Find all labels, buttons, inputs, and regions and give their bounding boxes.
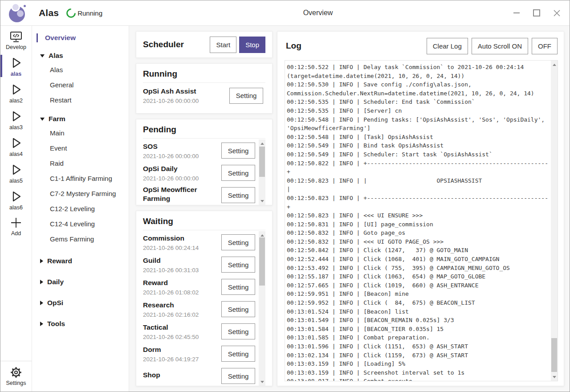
scrollbar-thumb[interactable]	[259, 237, 265, 286]
scroll-down-icon[interactable]	[259, 198, 265, 204]
log-scrollbar[interactable]	[551, 61, 558, 381]
iconbar-item-alas2[interactable]: alas2	[0, 79, 32, 106]
setting-button[interactable]: Setting	[221, 257, 255, 273]
minimize-button[interactable]	[513, 9, 521, 17]
close-icon	[553, 9, 561, 17]
nav-group-header-tools[interactable]: Tools	[32, 317, 129, 331]
nav-item-gems-farming[interactable]: Gems Farming	[32, 232, 129, 247]
nav-item-general[interactable]: General	[32, 78, 129, 93]
nav-group-reward: Reward	[32, 254, 129, 268]
app-window: Alas Running Overview Develop	[0, 0, 570, 392]
task-row: SOS 2021-10-26 00:00:00 Setting	[143, 139, 265, 162]
log-body[interactable]: 00:12:50.522 | INFO | Delay task `Commis…	[285, 60, 558, 381]
scroll-up-icon[interactable]	[259, 140, 265, 147]
waiting-title: Waiting	[143, 216, 265, 230]
nav-item-c7-2-mystery-farming[interactable]: C7-2 Mystery Farming	[32, 186, 129, 201]
log-line: 00:13:01.596 | INFO | Click (1151, 653) …	[287, 342, 551, 351]
nav-group-header-reward[interactable]: Reward	[32, 254, 129, 268]
nav-item-c12-2-leveling[interactable]: C12-2 Leveling	[32, 201, 129, 216]
start-button[interactable]: Start	[210, 37, 236, 53]
scroll-down-icon[interactable]	[551, 374, 558, 380]
log-line: 00:12:52.444 | INFO | Click (1068, 401) …	[287, 255, 551, 264]
task-row: Guild 2021-10-26 00:31:03 Setting	[143, 253, 265, 276]
chevron-down-icon	[40, 118, 45, 121]
iconbar-item-alas[interactable]: alas	[0, 53, 32, 79]
task-row: OpSi Meowfficer Farming Setting	[143, 184, 265, 205]
scroll-up-icon[interactable]	[551, 61, 558, 68]
setting-button[interactable]: Setting	[221, 368, 255, 384]
setting-button[interactable]: Setting	[221, 187, 255, 203]
setting-button[interactable]: Setting	[221, 301, 255, 317]
play-icon	[9, 189, 23, 204]
nav-item-raid[interactable]: Raid	[32, 156, 129, 171]
setting-button[interactable]: Setting	[221, 143, 255, 159]
iconbar-item-settings[interactable]: Settings	[0, 361, 32, 392]
auto-scroll-off-button[interactable]: OFF	[532, 38, 558, 54]
log-line: 00:13:02.134 | INFO | Click (1159, 673) …	[287, 351, 551, 360]
pending-title: Pending	[143, 125, 265, 139]
nav-group-header-daily[interactable]: Daily	[32, 275, 129, 289]
log-line: 00:12:50.822 | INFO | +-----------------…	[287, 159, 551, 176]
chevron-down-icon	[40, 54, 45, 57]
iconbar-item-add[interactable]: Add	[0, 213, 32, 239]
task-row: Reward 2021-10-26 01:08:02 Setting	[143, 276, 265, 298]
nav-item-event[interactable]: Event	[32, 141, 129, 156]
setting-button[interactable]: Setting	[221, 165, 255, 181]
task-time: 2021-10-26 02:45:50	[143, 334, 218, 340]
nav-group-label: OpSi	[47, 299, 63, 307]
nav-item-c12-4-leveling[interactable]: C12-4 Leveling	[32, 216, 129, 232]
task-row: Dorm 2021-10-26 04:19:27 Setting	[143, 343, 265, 365]
clear-log-button[interactable]: Clear Log	[427, 38, 468, 54]
nav-group-header-farm[interactable]: Farm	[32, 112, 129, 126]
pending-task-list: SOS 2021-10-26 00:00:00 Setting OpSi Dai…	[143, 139, 265, 205]
logo-blob	[17, 10, 24, 17]
nav-item-main[interactable]: Main	[32, 126, 129, 141]
scrollbar-thumb[interactable]	[551, 338, 557, 372]
nav-item-overview[interactable]: Overview	[32, 31, 129, 45]
waiting-scrollbar[interactable]	[259, 231, 265, 386]
log-line: 00:12:50.842 | INFO | Click (1247, 37) @…	[287, 246, 551, 255]
setting-button[interactable]: Setting	[221, 346, 255, 362]
pending-scrollbar[interactable]	[259, 139, 265, 205]
pending-panel: Pending SOS 2021-10-26 00:00:00 Setting …	[136, 119, 273, 205]
play-icon	[9, 109, 23, 123]
task-time: 2021-10-26 00:00:00	[143, 175, 218, 182]
nav-item-alas[interactable]: Alas	[32, 62, 129, 78]
running-title: Running	[143, 69, 265, 83]
logo-blob	[24, 5, 26, 7]
setting-button[interactable]: Setting	[221, 323, 255, 339]
nav-group-daily: Daily	[32, 275, 129, 289]
close-button[interactable]	[553, 9, 561, 17]
iconbar-item-develop[interactable]: Develop	[0, 28, 32, 53]
log-column: Log Clear Log Auto Scroll ON OFF 00:12:5…	[277, 31, 564, 386]
stop-button[interactable]: Stop	[239, 37, 265, 53]
setting-button[interactable]: Setting	[221, 234, 255, 250]
scroll-down-icon[interactable]	[259, 379, 265, 385]
maximize-button[interactable]	[533, 9, 541, 17]
minimize-icon	[513, 12, 520, 13]
iconbar-item-label: alas4	[9, 151, 23, 157]
nav-item-restart[interactable]: Restart	[32, 93, 129, 108]
iconbar-item-alas3[interactable]: alas3	[0, 106, 32, 133]
chevron-right-icon	[40, 322, 43, 326]
nav-item-c1-1-affinity-farming[interactable]: C1-1 Affinity Farming	[32, 171, 129, 186]
iconbar-item-alas6[interactable]: alas6	[0, 186, 32, 213]
task-time: 2021-10-26 00:00:00	[143, 98, 226, 104]
nav-group-header-opsi[interactable]: OpSi	[32, 296, 129, 310]
task-info: OpSi Daily 2021-10-26 00:00:00	[143, 164, 221, 182]
log-line: 00:12:50.549 | INFO | Bind task OpsiAshA…	[287, 141, 551, 150]
log-line: 00:12:53.492 | INFO | Click ( 755, 395) …	[287, 264, 551, 273]
auto-scroll-on-button[interactable]: Auto Scroll ON	[472, 38, 528, 54]
app-body: Develop alas alas2 alas3 alas4 alas5	[0, 26, 570, 392]
setting-button[interactable]: Setting	[221, 279, 255, 295]
scrollbar-thumb[interactable]	[259, 147, 265, 177]
iconbar-item-alas4[interactable]: alas4	[0, 133, 32, 159]
task-name: Research	[143, 301, 218, 310]
config-nav: Overview Alas Alas General Restart Farm …	[32, 26, 129, 392]
iconbar-item-alas5[interactable]: alas5	[0, 159, 32, 186]
setting-button[interactable]: Setting	[229, 88, 263, 104]
window-title: Overview	[129, 9, 507, 17]
iconbar-item-label: alas6	[9, 204, 23, 211]
nav-group-header-alas[interactable]: Alas	[32, 49, 129, 62]
log-line: 00:13:03.159 | INFO | [Loading] 5%	[287, 359, 551, 368]
